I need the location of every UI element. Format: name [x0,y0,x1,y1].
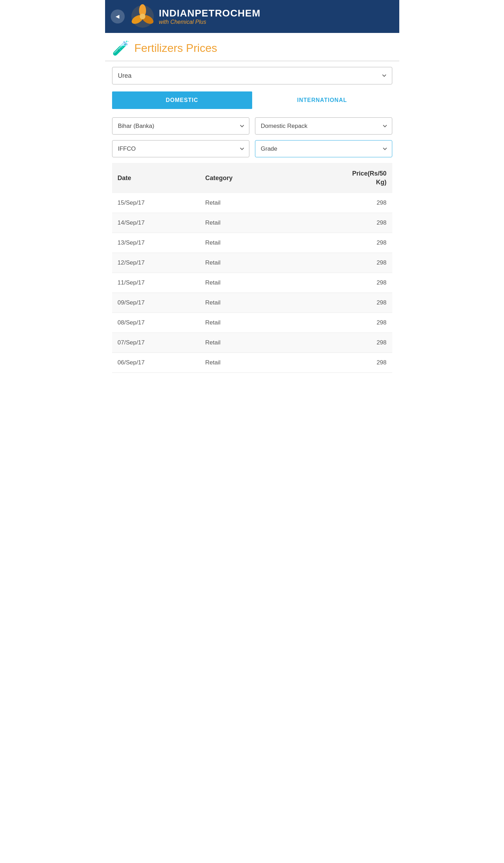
table-row: 09/Sep/17Retail298 [112,293,392,313]
table-row: 06/Sep/17Retail298 [112,353,392,373]
price-cell: 298 [288,313,392,333]
date-cell: 06/Sep/17 [112,353,200,373]
logo-text: INDIANPETROCHEM with Chemical Plus [159,8,261,25]
table-row: 07/Sep/17Retail298 [112,333,392,353]
category-cell: Retail [200,213,288,233]
logo-sub: with Chemical Plus [159,19,261,25]
table-row: 14/Sep/17Retail298 [112,213,392,233]
category-column-header: Category [200,163,288,193]
date-cell: 12/Sep/17 [112,253,200,273]
back-button[interactable]: ◄ [111,9,125,23]
page-title: Fertilizers Prices [134,42,217,55]
filter-row-1: Bihar (Banka) Bihar (Patna) UP Punjab Ra… [112,117,392,135]
price-cell: 298 [288,253,392,273]
table-row: 11/Sep/17Retail298 [112,273,392,293]
tabs-container: DOMESTIC INTERNATIONAL [112,91,392,109]
date-cell: 09/Sep/17 [112,293,200,313]
price-cell: 298 [288,193,392,213]
price-cell: 298 [288,273,392,293]
category-cell: Retail [200,193,288,213]
date-cell: 11/Sep/17 [112,273,200,293]
table-row: 13/Sep/17Retail298 [112,233,392,253]
table-header-row: Date Category Price(Rs/50Kg) [112,163,392,193]
price-cell: 298 [288,293,392,313]
date-cell: 14/Sep/17 [112,213,200,233]
main-content: Urea DAP MOP SSP NPK DOMESTIC INTERNATIO… [105,61,399,378]
price-table: Date Category Price(Rs/50Kg) 15/Sep/17Re… [112,163,392,373]
state-dropdown[interactable]: Bihar (Banka) Bihar (Patna) UP Punjab Ra… [112,117,249,135]
logo: INDIANPETROCHEM with Chemical Plus [130,4,261,29]
date-column-header: Date [112,163,200,193]
price-cell: 298 [288,233,392,253]
category-cell: Retail [200,233,288,253]
company-dropdown[interactable]: IFFCO NFL Chambal Coromandel [112,140,249,157]
product-dropdown[interactable]: Urea DAP MOP SSP NPK [112,67,392,84]
type-dropdown[interactable]: Domestic Repack Imported Local [255,117,392,135]
app-header: ◄ INDIANPETROCHEM with Chemical Plus [105,0,399,33]
filter-row-2: IFFCO NFL Chambal Coromandel Grade Grade… [112,140,392,157]
table-row: 08/Sep/17Retail298 [112,313,392,333]
category-cell: Retail [200,333,288,353]
price-cell: 298 [288,333,392,353]
category-cell: Retail [200,313,288,333]
price-cell: 298 [288,213,392,233]
page-title-section: 🧪 Fertilizers Prices [105,33,399,61]
category-cell: Retail [200,273,288,293]
logo-icon [130,4,155,29]
date-cell: 15/Sep/17 [112,193,200,213]
price-cell: 298 [288,353,392,373]
date-cell: 08/Sep/17 [112,313,200,333]
table-row: 12/Sep/17Retail298 [112,253,392,273]
tab-domestic[interactable]: DOMESTIC [112,91,252,109]
flask-icon: 🧪 [112,40,130,56]
date-cell: 13/Sep/17 [112,233,200,253]
svg-point-4 [140,14,145,19]
tab-international[interactable]: INTERNATIONAL [252,91,392,109]
product-dropdown-container: Urea DAP MOP SSP NPK [112,67,392,84]
logo-name: INDIANPETROCHEM [159,8,261,19]
date-cell: 07/Sep/17 [112,333,200,353]
category-cell: Retail [200,293,288,313]
category-cell: Retail [200,253,288,273]
price-column-header: Price(Rs/50Kg) [288,163,392,193]
category-cell: Retail [200,353,288,373]
table-row: 15/Sep/17Retail298 [112,193,392,213]
grade-dropdown[interactable]: Grade Grade A Grade B [255,140,392,157]
